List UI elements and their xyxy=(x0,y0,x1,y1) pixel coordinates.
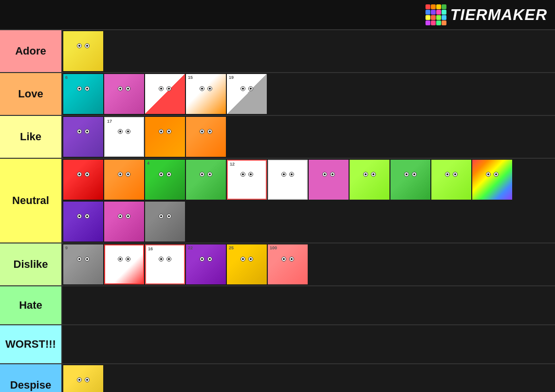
tier-item[interactable]: 17 xyxy=(104,117,144,157)
tier-item[interactable]: 9 xyxy=(63,244,103,284)
logo-text: TiERMAKER xyxy=(450,6,547,24)
tier-item[interactable] xyxy=(186,160,226,200)
tier-list: AdoreLove61519Like17Neutral412Dislike916… xyxy=(0,29,555,392)
tier-label-love: Love xyxy=(0,73,62,115)
tier-item[interactable] xyxy=(186,117,226,157)
app-container: TiERMAKER AdoreLove61519Like17Neutral412… xyxy=(0,0,555,392)
tier-item[interactable] xyxy=(145,202,185,242)
tier-row-neutral: Neutral412 xyxy=(0,158,555,243)
tier-item[interactable] xyxy=(63,365,103,392)
tier-item[interactable]: 100 xyxy=(268,244,308,284)
tier-item[interactable]: 15 xyxy=(186,74,226,114)
tier-item[interactable]: 25 xyxy=(227,244,267,284)
logo: TiERMAKER xyxy=(426,4,547,25)
tier-item[interactable]: 12 xyxy=(227,160,267,200)
tier-content-love: 61519 xyxy=(62,73,555,115)
tier-item[interactable]: 19 xyxy=(227,74,267,114)
tier-item[interactable] xyxy=(472,160,512,200)
tier-item[interactable]: 22 xyxy=(186,244,226,284)
tier-label-adore: Adore xyxy=(0,30,62,72)
tier-item[interactable] xyxy=(268,160,308,200)
tier-item[interactable]: 16 xyxy=(145,244,185,284)
logo-grid xyxy=(426,4,446,25)
header: TiERMAKER xyxy=(0,0,555,29)
tier-row-despise: Despise xyxy=(0,363,555,392)
tier-content-worst xyxy=(62,325,555,363)
tier-label-like: Like xyxy=(0,116,62,158)
tier-label-despise: Despise xyxy=(0,364,62,392)
tier-item[interactable] xyxy=(63,160,103,200)
tier-item[interactable] xyxy=(104,244,144,284)
tier-item[interactable] xyxy=(431,160,471,200)
tier-row-love: Love61519 xyxy=(0,72,555,115)
tier-content-dislike: 9162225100 xyxy=(62,243,555,285)
tier-content-like: 17 xyxy=(62,116,555,158)
tier-item[interactable] xyxy=(63,202,103,242)
tier-row-dislike: Dislike9162225100 xyxy=(0,243,555,285)
tier-content-hate xyxy=(62,286,555,324)
tier-item[interactable] xyxy=(309,160,349,200)
tier-row-adore: Adore xyxy=(0,29,555,72)
tier-item[interactable] xyxy=(350,160,389,200)
tier-item[interactable] xyxy=(104,202,144,242)
tier-label-hate: Hate xyxy=(0,286,62,324)
tier-item[interactable]: 4 xyxy=(145,160,185,200)
tier-item[interactable] xyxy=(104,160,144,200)
tier-item[interactable] xyxy=(145,74,185,114)
tier-row-worst: WORST!!! xyxy=(0,324,555,363)
tier-row-hate: Hate xyxy=(0,285,555,324)
tier-item[interactable] xyxy=(63,31,103,71)
tier-item[interactable] xyxy=(104,74,144,114)
tier-item[interactable]: 6 xyxy=(63,74,103,114)
tier-content-adore xyxy=(62,30,555,72)
tier-content-despise xyxy=(62,364,555,392)
tier-label-worst: WORST!!! xyxy=(0,325,62,363)
tier-label-dislike: Dislike xyxy=(0,243,62,285)
tier-item[interactable] xyxy=(145,117,185,157)
tier-label-neutral: Neutral xyxy=(0,159,62,243)
tier-item[interactable] xyxy=(63,117,103,157)
tier-item[interactable] xyxy=(390,160,430,200)
tier-row-like: Like17 xyxy=(0,115,555,158)
